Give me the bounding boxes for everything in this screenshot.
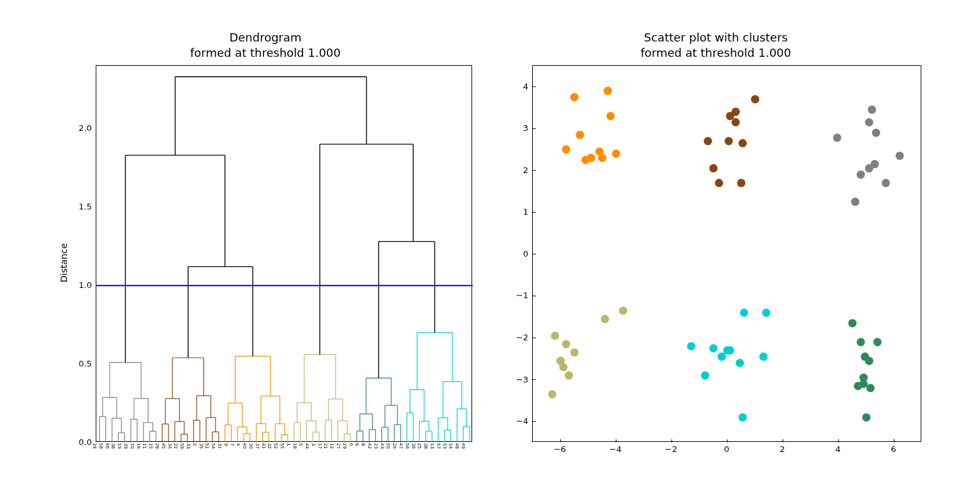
scatter-point (859, 380, 868, 388)
scatter-point (866, 384, 875, 392)
scatter-point (857, 338, 865, 346)
scatter-point (870, 160, 879, 168)
scatter-point (738, 139, 746, 147)
scatter-point (562, 340, 570, 348)
scatter-xticks: −6−4−20246 (532, 442, 921, 455)
scatter-point (896, 151, 904, 160)
scatter-point (601, 315, 609, 323)
scatter-point (607, 112, 615, 120)
scatter-yticks: −4−3−2−101234 (510, 65, 532, 442)
scatter-point (882, 179, 890, 187)
scatter-point (759, 352, 768, 361)
dendrogram-ylabel: Distance (59, 243, 69, 282)
scatter-point (865, 118, 873, 126)
scatter-point (576, 131, 584, 139)
scatter-point (751, 95, 759, 103)
scatter-point (709, 164, 718, 172)
dendrogram-subplot: Dendrogram formed at threshold 1.000 Dis… (59, 30, 472, 461)
figure: Dendrogram formed at threshold 1.000 Dis… (33, 17, 947, 474)
scatter-point (570, 93, 579, 102)
scatter-point (732, 118, 740, 126)
scatter-point (709, 344, 718, 352)
scatter-point (736, 359, 744, 367)
scatter-point (587, 154, 595, 162)
scatter-point (725, 137, 733, 145)
scatter-point (619, 306, 627, 315)
scatter-point (849, 319, 857, 328)
scatter-point (551, 331, 559, 340)
scatter-point (862, 413, 870, 421)
scatter-point (833, 133, 842, 142)
dendrogram-title: Dendrogram formed at threshold 1.000 (190, 30, 341, 60)
dendrogram-yticks: 0.00.51.01.52.0 (71, 65, 96, 442)
scatter-point (604, 87, 612, 95)
scatter-point (701, 372, 709, 380)
scatter-point (857, 170, 865, 179)
scatter-point (704, 137, 712, 145)
scatter-point (598, 154, 606, 162)
scatter-point (687, 342, 695, 351)
scatter-point (740, 308, 748, 317)
scatter-point (851, 197, 859, 206)
scatter-point (570, 348, 579, 356)
dendrogram-svg (96, 66, 473, 442)
scatter-point (715, 179, 723, 187)
scatter-title: Scatter plot with clusters formed at thr… (641, 30, 791, 60)
dendrogram-leaf-labels: 2458463819391016111528453422593323551543… (96, 442, 472, 461)
scatter-point (732, 108, 740, 116)
scatter-svg (533, 66, 922, 442)
scatter-subplot: Scatter plot with clusters formed at thr… (510, 30, 921, 461)
scatter-point (548, 390, 556, 398)
scatter-point (562, 146, 570, 154)
scatter-point (738, 413, 746, 421)
scatter-point (718, 352, 726, 361)
scatter-point (737, 179, 745, 187)
scatter-point (559, 363, 567, 371)
scatter-area (532, 65, 921, 442)
scatter-point (865, 357, 873, 365)
scatter-point (612, 149, 620, 158)
scatter-point (872, 128, 880, 137)
scatter-point (873, 338, 882, 346)
scatter-point (565, 372, 573, 380)
scatter-point (726, 346, 734, 354)
scatter-point (762, 308, 771, 317)
dendrogram-area (96, 65, 472, 442)
scatter-point (868, 105, 876, 114)
